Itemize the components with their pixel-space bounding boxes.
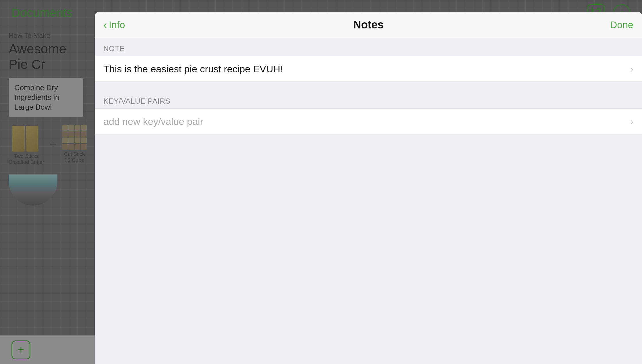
back-label: Info — [109, 19, 125, 30]
note-item[interactable]: This is the easiest pie crust recipe EVU… — [95, 56, 642, 82]
note-section-label: NOTE — [103, 44, 125, 53]
notes-modal: ‹ Info Notes Done NOTE This is the easie… — [95, 12, 642, 364]
modal-header: ‹ Info Notes Done — [95, 12, 642, 38]
back-button[interactable]: ‹ Info — [103, 19, 125, 30]
modal-title: Notes — [353, 19, 384, 31]
note-text: This is the easiest pie crust recipe EVU… — [103, 63, 630, 75]
add-kvp-item[interactable]: add new key/value pair › — [95, 109, 642, 134]
modal-body: NOTE This is the easiest pie crust recip… — [95, 38, 642, 134]
kvp-section-label: KEY/VALUE PAIRS — [103, 97, 170, 105]
chevron-left-icon: ‹ — [103, 20, 107, 30]
kvp-chevron-icon: › — [630, 116, 633, 127]
kvp-section-header: KEY/VALUE PAIRS — [95, 90, 642, 109]
note-chevron-icon: › — [630, 64, 633, 74]
note-section-header: NOTE — [95, 38, 642, 56]
done-button[interactable]: Done — [610, 19, 633, 30]
section-gap — [95, 82, 642, 90]
kvp-placeholder: add new key/value pair — [103, 116, 630, 127]
